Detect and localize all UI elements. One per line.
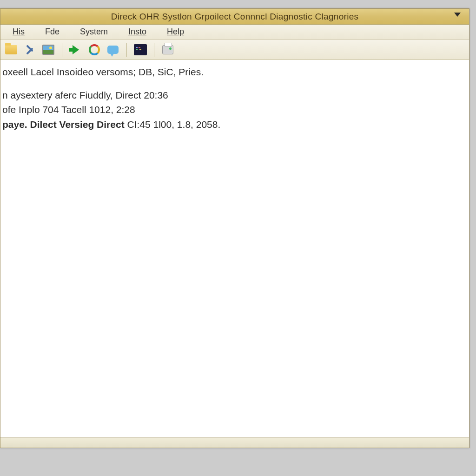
toolbar xyxy=(0,40,469,60)
chat-icon[interactable] xyxy=(106,43,120,57)
menu-file[interactable]: Fde xyxy=(36,25,69,39)
toolbar-separator xyxy=(62,43,62,57)
menu-his[interactable]: His xyxy=(3,25,34,39)
content-line-3: ofe Inplo 704 Tacell 1012, 2:28 xyxy=(2,102,467,117)
dropdown-icon[interactable] xyxy=(454,13,461,17)
menu-help[interactable]: Help xyxy=(158,25,193,39)
tools-icon[interactable] xyxy=(23,43,37,57)
terminal-icon[interactable] xyxy=(133,43,147,57)
arrow-icon[interactable] xyxy=(69,43,83,57)
content-line-4-bold: paye. Dilect Versieg Direct xyxy=(2,119,125,130)
picture-icon[interactable] xyxy=(41,43,55,57)
menu-info[interactable]: Insto xyxy=(119,25,156,39)
content-line-4-rest: CI:45 1l00, 1.8, 2058. xyxy=(125,119,221,130)
print-icon[interactable] xyxy=(161,43,175,57)
menu-system[interactable]: System xyxy=(71,25,117,39)
content-area: oxeell Lacel Insoideo versoms; DB, SiC, … xyxy=(0,60,469,437)
folder-icon[interactable] xyxy=(4,43,18,57)
refresh-icon[interactable] xyxy=(87,43,101,57)
app-window: Direck OHR Systlon Grpoilect Connncl Dia… xyxy=(0,8,469,448)
toolbar-separator xyxy=(126,43,127,57)
titlebar[interactable]: Direck OHR Systlon Grpoilect Connncl Dia… xyxy=(0,9,469,25)
window-title: Direck OHR Systlon Grpoilect Connncl Dia… xyxy=(111,12,359,22)
toolbar-separator xyxy=(154,43,154,57)
menubar: His Fde System Insto Help xyxy=(0,25,469,40)
content-line-4: paye. Dilect Versieg Direct CI:45 1l00, … xyxy=(2,117,467,132)
content-line-2: n aysextery aferc Fiuddly, Direct 20:36 xyxy=(2,88,467,103)
content-line-1: oxeell Lacel Insoideo versoms; DB, SiC, … xyxy=(2,65,467,79)
statusbar xyxy=(0,437,469,448)
